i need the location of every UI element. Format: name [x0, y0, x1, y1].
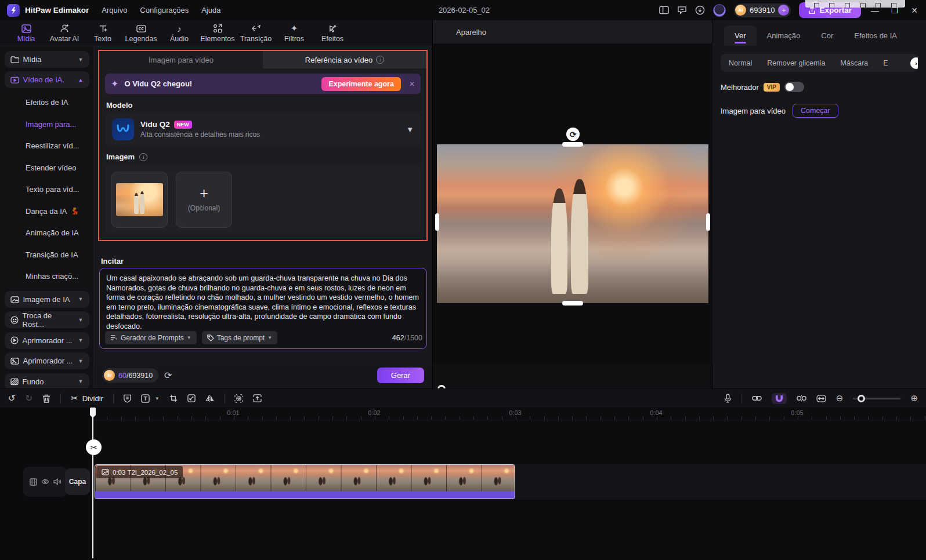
sidebar-item-efeitos-de-ia[interactable]: Efeitos de IA: [0, 92, 93, 114]
zoom-slider-knob[interactable]: [858, 395, 865, 402]
redo-icon[interactable]: ↻: [26, 393, 33, 403]
user-avatar[interactable]: [713, 4, 726, 17]
face-track-icon[interactable]: [234, 394, 243, 403]
info-icon[interactable]: i: [376, 56, 384, 64]
ribbon-tab-texto[interactable]: Texto: [85, 20, 121, 46]
timeline-ruler[interactable]: 0:01 0:02 0:03 0:04 0:05: [93, 408, 926, 420]
chevron-down-icon: ▼: [78, 358, 84, 364]
cover-button[interactable]: Capa: [65, 468, 90, 495]
scale-icon[interactable]: [187, 394, 196, 402]
sidebar-item-reestilizar-video[interactable]: Reestilizar víd...: [0, 135, 93, 157]
magnet-snap-icon[interactable]: [772, 393, 787, 404]
sidebar-group-aprimorador-imagem[interactable]: Aprimorador ... ▼: [5, 352, 89, 369]
feedback-icon[interactable]: [677, 6, 687, 14]
speed-icon[interactable]: [124, 394, 131, 403]
delete-icon[interactable]: [42, 394, 50, 403]
track-visibility-icon[interactable]: [41, 479, 49, 485]
tab-imagem-para-video[interactable]: Imagem para vídeo: [99, 51, 263, 68]
sidebar-group-video-de-ia[interactable]: Vídeo de IA. ▲: [5, 71, 89, 88]
zoom-out-icon[interactable]: ⊖: [836, 393, 844, 403]
sidebar-item-danca-da-ia[interactable]: Dança da IA 💃: [0, 201, 93, 223]
start-button[interactable]: Começar: [793, 104, 838, 118]
rotate-handle-icon[interactable]: ⟳: [566, 128, 580, 141]
tab-referencia-ao-video[interactable]: Referência ao vídeo i: [263, 51, 426, 68]
playhead-handle[interactable]: [90, 408, 96, 415]
subtabs-scroll-button[interactable]: ›: [910, 57, 918, 69]
resize-handle-left[interactable]: [435, 213, 439, 231]
flip-icon[interactable]: [205, 394, 214, 402]
sidebar-item-minhas-criacoes[interactable]: Minhas criaçõ...: [0, 266, 93, 288]
prompt-generator-button[interactable]: Gerador de Prompts ▼: [105, 331, 197, 344]
couple-silhouette: [134, 191, 144, 214]
inspector-tab-cor[interactable]: Cor: [811, 26, 844, 46]
info-icon[interactable]: i: [139, 153, 147, 161]
chevron-down-icon: ▼: [78, 317, 84, 323]
export-frame-icon[interactable]: [253, 394, 262, 402]
ribbon-tab-midia[interactable]: Mídia: [8, 20, 44, 46]
inspector-tab-ver[interactable]: Ver: [724, 26, 757, 46]
subtab-remover-glicemia[interactable]: Remover glicemia: [767, 59, 825, 67]
uploaded-image-card[interactable]: [111, 172, 168, 228]
preview-canvas[interactable]: ⟳ 00:00:00 / 00:03:00 ◀▏ ▶ ▏▶ 1: [433, 43, 713, 364]
add-credits-button[interactable]: +: [778, 5, 789, 16]
sidebar-item-texto-para-video[interactable]: Texto para víd...: [0, 179, 93, 201]
ribbon-tab-audio[interactable]: ♪ Áudio: [161, 20, 197, 46]
sidebar-group-midia[interactable]: Mídia ▼: [5, 51, 89, 68]
subtab-partial[interactable]: E: [883, 59, 888, 67]
sidebar-item-transicao-de-ia[interactable]: Transição de IA: [0, 244, 93, 266]
split-button[interactable]: ✂ Dividir: [71, 393, 103, 403]
menu-ajuda[interactable]: Ajuda: [201, 6, 220, 14]
prompt-input[interactable]: Um casal apaixonado se abraçando sob um …: [99, 268, 427, 349]
menu-configuracoes[interactable]: Configurações: [140, 6, 189, 14]
prompt-tags-button[interactable]: Tags de prompt ▼: [202, 331, 278, 344]
subtab-mascara[interactable]: Máscara: [840, 59, 868, 67]
sidebar-group-fundo[interactable]: Fundo ▼: [5, 373, 89, 390]
menu-arquivo[interactable]: Arquivo: [102, 6, 127, 14]
sidebar-group-troca-de-rosto[interactable]: Troca de Rost... ▼: [5, 311, 89, 328]
ribbon-tab-filtros[interactable]: ✦ Filtros: [276, 20, 312, 46]
playhead[interactable]: [92, 408, 93, 558]
sidebar-group-imagem-de-ia[interactable]: Imagem de IA ▼: [5, 291, 89, 308]
generate-button[interactable]: Gerar: [377, 368, 424, 383]
sidebar-item-imagem-para-video[interactable]: Imagem para...: [0, 114, 93, 136]
banner-close-icon[interactable]: ✕: [409, 80, 415, 88]
ribbon-tab-avatar-ai[interactable]: Avatar AI: [46, 20, 82, 46]
preview-image[interactable]: [437, 144, 708, 303]
inspector-tab-animacao[interactable]: Animação: [757, 26, 811, 46]
crop-icon[interactable]: [169, 394, 178, 402]
timeline-zoom-slider[interactable]: [853, 398, 900, 399]
text-tool-icon[interactable]: ▼: [141, 394, 160, 403]
zoom-in-icon[interactable]: ⊕: [910, 393, 918, 403]
sidebar-item-animacao-de-ia[interactable]: Animação de IA: [0, 222, 93, 244]
resize-handle-bottom[interactable]: [562, 301, 583, 306]
ribbon-tab-transicao[interactable]: Transição: [238, 20, 274, 46]
unlink-icon[interactable]: [797, 395, 806, 402]
credits-pill[interactable]: AI 693910 +: [734, 3, 791, 17]
track-mute-icon[interactable]: [53, 478, 61, 485]
microphone-icon[interactable]: [724, 394, 732, 403]
layout-panels-icon[interactable]: [659, 6, 669, 14]
download-icon[interactable]: [695, 5, 705, 15]
video-clip[interactable]: 0:03 T2I_2026_02_05: [95, 464, 515, 499]
inspector-tab-efeitos-de-ia[interactable]: Efeitos de IA: [844, 26, 907, 46]
ribbon-tab-legendas[interactable]: Legendas: [123, 20, 159, 46]
try-now-button[interactable]: Experimente agora: [321, 77, 401, 91]
refresh-icon[interactable]: ⟳: [164, 370, 172, 381]
ribbon-tab-elementos[interactable]: Elementos: [200, 20, 236, 46]
subtab-normal[interactable]: Normal: [729, 59, 752, 67]
resize-handle-right[interactable]: [706, 213, 710, 231]
resize-handle-top[interactable]: [562, 142, 583, 147]
window-close-button[interactable]: ✕: [909, 6, 920, 15]
optional-image-card[interactable]: + (Opcional): [176, 172, 232, 228]
model-selector[interactable]: Vidu Q2 NEW Alta consistência e detalhes…: [105, 113, 421, 146]
undo-icon[interactable]: ↺: [8, 393, 16, 403]
sidebar-item-estender-video[interactable]: Estender vídeo: [0, 157, 93, 179]
dancer-emoji: 💃: [71, 207, 79, 215]
track-type-icon[interactable]: [30, 478, 37, 486]
chevron-down-icon[interactable]: ▼: [406, 125, 414, 134]
enhancer-toggle[interactable]: [784, 82, 804, 92]
sidebar-group-aprimorador-video[interactable]: Aprimorador ... ▼: [5, 332, 89, 349]
link-icon[interactable]: [752, 395, 762, 401]
fit-timeline-icon[interactable]: [816, 395, 826, 402]
ribbon-tab-efeitos[interactable]: Efeitos: [314, 20, 350, 46]
